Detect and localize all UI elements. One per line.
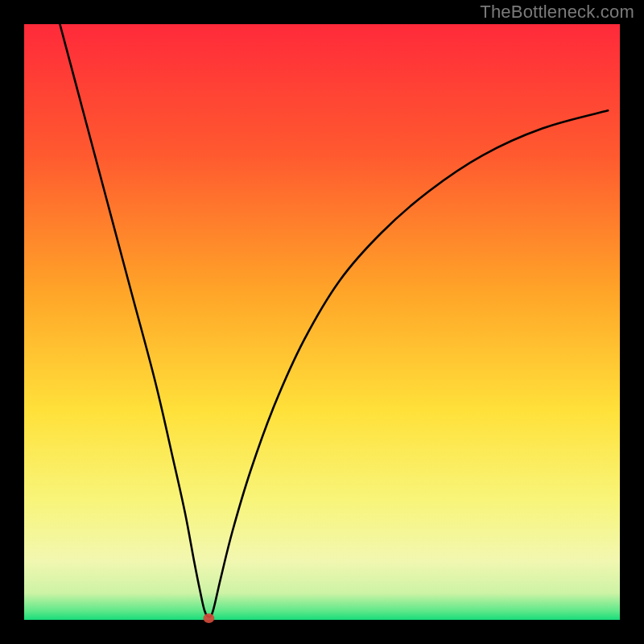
chart-frame: TheBottleneck.com (0, 0, 644, 644)
watermark-text: TheBottleneck.com (480, 2, 634, 23)
marker-dot (203, 613, 214, 623)
chart-svg (0, 0, 644, 644)
chart-plot-bg (24, 24, 620, 620)
